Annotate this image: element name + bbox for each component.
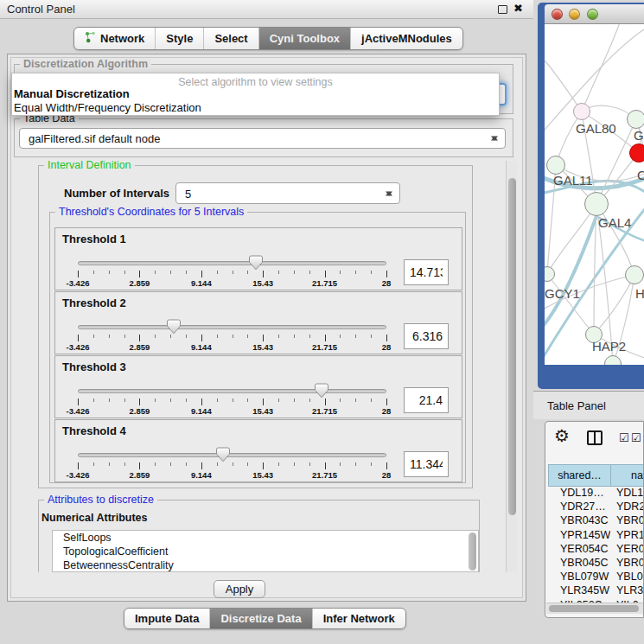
slider-tick-label: 21.715 [312,470,337,480]
network-node[interactable] [625,265,644,284]
slider-track[interactable] [78,261,386,265]
slider-tick-label: 2.859 [130,470,150,480]
network-canvas[interactable]: GAL80GACGAL11GAL4GCY1HHAP2 [545,24,644,365]
checkbox-icon[interactable]: ☑ [619,431,629,444]
table-h-scrollbar[interactable] [546,603,644,614]
table-header-row: shared… na [545,464,644,487]
slider-tick-labels: -3.4262.8599.14415.4321.71528 [78,342,386,353]
minimize-button[interactable] [569,9,580,20]
table-row[interactable]: YER054CYER0 [548,543,644,557]
slider-tick [201,271,202,277]
slider-ticks [78,334,386,341]
slider-tick [217,462,218,466]
slider-tick [309,271,310,274]
threshold-1-value-input[interactable] [404,259,449,285]
table-data-combobox[interactable]: galFiltered.sif default node [19,128,506,149]
threshold-1-slider[interactable]: -3.4262.8599.14415.4321.71528 [78,256,386,290]
slider-tick [233,271,233,274]
table-cell: YLR3 [610,584,643,598]
network-node[interactable] [573,103,590,120]
tab-discretize-data[interactable]: Discretize Data [209,609,311,628]
network-window-titlebar[interactable] [545,4,644,24]
slider-tick [371,271,372,274]
network-node-label: GAL4 [598,215,631,230]
attribute-item[interactable]: BetweennessCentrality [53,558,478,572]
close-button[interactable] [552,9,563,20]
threshold-3-value-input[interactable] [404,387,449,413]
network-node[interactable] [584,192,609,216]
column-header-shared-name[interactable]: shared… [548,464,611,487]
slider-tick [386,271,387,277]
table-row[interactable]: YLR345WYLR3 [548,584,644,598]
network-icon [85,31,96,46]
table-row[interactable]: YDL19…YDL1 [548,487,644,501]
attribute-item[interactable]: SelfLoops [53,531,478,545]
threshold-3-slider[interactable]: -3.4262.8599.14415.4321.71528 [78,384,386,418]
slider-tick [139,271,140,277]
slider-thumb[interactable] [167,319,181,335]
checkbox-icon[interactable]: ☑ [631,431,641,444]
close-panel-icon[interactable]: ✖ [513,2,523,15]
threshold-4-slider[interactable]: -3.4262.8599.14415.4321.71528 [78,448,386,482]
slider-tick [309,399,310,402]
network-node-label: GAL80 [576,121,616,136]
thresholds-group: Threshold's Coordinates for 5 Intervals … [49,212,466,483]
threshold-2-value-input[interactable] [404,323,449,349]
table-row[interactable]: YBL079WYBL0 [548,571,644,584]
numerical-attributes-list[interactable]: SelfLoopsTopologicalCoefficientBetweenne… [52,530,479,572]
tab-network[interactable]: Network [74,28,155,49]
slider-ticks [78,398,386,405]
tab-style[interactable]: Style [155,28,203,49]
panel-scrollbar[interactable] [506,161,517,572]
stepper-icon[interactable] [491,133,499,144]
tab-infer-network[interactable]: Infer Network [312,609,405,628]
slider-thumb[interactable] [315,383,328,399]
float-window-icon[interactable] [498,5,507,14]
slider-tick [247,399,248,402]
slider-tick-label: 28 [382,278,392,288]
slider-thumb[interactable] [216,447,230,462]
tab-cyni-toolbox[interactable]: Cyni Toolbox [258,28,350,49]
table-h-scrollbar-thumb[interactable] [549,605,639,612]
group-title-interval-definition: Interval Definition [44,161,135,171]
slider-tick [278,399,279,402]
menu-item-equal-width-frequency[interactable]: Equal Width/Frequency Discretization [14,101,201,114]
table-row[interactable]: YBR043CYBR0 [548,514,644,528]
slider-tick [355,271,356,274]
tab-select[interactable]: Select [203,28,258,49]
slider-tick-label: 28 [382,406,392,416]
table-row[interactable]: YBR045CYBR0 [548,557,644,571]
slider-track[interactable] [78,453,386,457]
table-cell: YBR045C [548,557,610,571]
threshold-2-slider[interactable]: -3.4262.8599.14415.4321.71528 [78,320,386,354]
num-intervals-combobox[interactable]: 5 [175,182,400,204]
apply-button[interactable]: Apply [214,580,265,598]
table-row[interactable]: YPR145WYPR1 [548,529,644,543]
list-scrollbar[interactable] [469,532,476,571]
zoom-button[interactable] [587,9,598,20]
group-title-attributes: Attributes to discretize [44,494,157,506]
slider-tick-label: 2.859 [130,278,150,288]
menu-item-manual-discretization[interactable]: Manual Discretization [14,87,130,100]
slider-track[interactable] [78,389,386,393]
table-cell: YPR1 [610,529,644,543]
network-node[interactable] [627,110,644,129]
stepper-icon[interactable] [386,188,393,199]
table-row[interactable]: YDR27…YDR2 [548,501,644,514]
tab-jactivemnodules[interactable]: jActiveMNodules [350,28,462,49]
network-node[interactable] [629,143,644,163]
attribute-item[interactable]: TopologicalCoefficient [53,545,478,558]
network-node[interactable] [546,156,565,175]
panel-scrollbar-thumb[interactable] [508,178,516,515]
gear-icon[interactable]: ⚙ [554,425,570,446]
threshold-4-value-input[interactable] [404,451,449,477]
column-header-name[interactable]: na [610,464,644,487]
slider-tick-label: -3.426 [67,342,90,352]
slider-tick-label: 9.144 [191,278,212,288]
tab-impute-data[interactable]: Impute Data [124,609,209,628]
slider-tick [201,462,202,469]
slider-track[interactable] [78,325,386,329]
slider-thumb[interactable] [249,255,263,271]
split-columns-icon[interactable] [587,430,603,445]
slider-tick [371,399,372,402]
